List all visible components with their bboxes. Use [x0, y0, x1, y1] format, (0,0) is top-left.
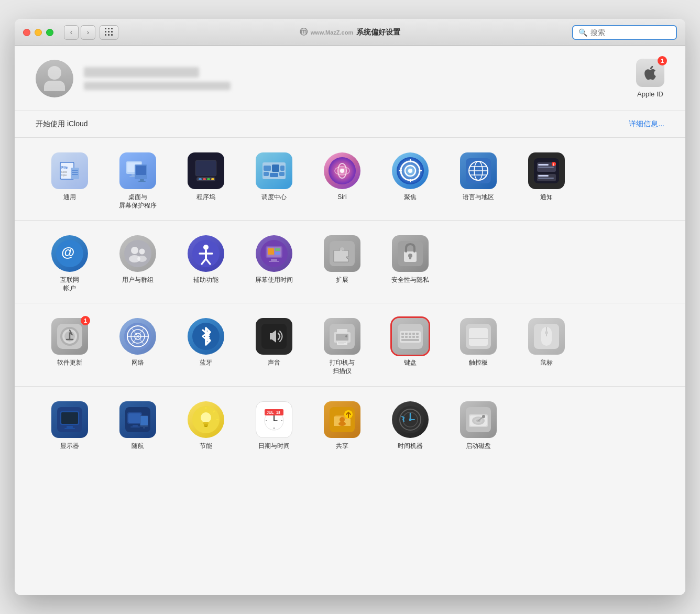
extensions-label: 扩展 [336, 276, 348, 284]
svg-rect-24 [211, 178, 214, 180]
pref-desktop[interactable]: 桌面与 屏幕保护程序 [104, 152, 172, 210]
pref-sharing[interactable]: 共享 [308, 401, 376, 451]
icloud-link[interactable]: 详细信息... [629, 119, 664, 129]
minimize-button[interactable] [35, 29, 42, 36]
siri-label: Siri [337, 193, 346, 202]
pref-language[interactable]: 语言与地区 [444, 152, 512, 210]
grid-view-button[interactable] [100, 25, 118, 40]
pref-energy[interactable]: 节能 [172, 401, 240, 451]
notification-icon: 1 [528, 152, 565, 189]
pref-accessibility[interactable]: 辅助功能 [172, 235, 240, 292]
svg-point-126 [545, 331, 548, 334]
pref-sidecar[interactable]: 随航 [104, 401, 172, 451]
svg-point-65 [137, 256, 147, 262]
pref-keyboard[interactable]: 键盘 [376, 318, 444, 375]
svg-rect-115 [405, 336, 408, 338]
svg-rect-135 [128, 413, 141, 423]
svg-rect-132 [64, 428, 75, 429]
pref-display[interactable]: 显示器 [36, 401, 104, 451]
svg-rect-76 [269, 261, 279, 262]
pref-siri[interactable]: Siri [308, 152, 376, 210]
svg-text:18: 18 [276, 411, 280, 414]
dock-icon [188, 152, 224, 189]
svg-rect-139 [140, 416, 148, 425]
svg-text:@: @ [61, 244, 74, 260]
maximize-button[interactable] [46, 29, 53, 36]
pref-notification[interactable]: 1 通知 [512, 152, 581, 210]
svg-rect-18 [195, 160, 216, 176]
language-icon-svg [465, 157, 492, 184]
pref-mouse[interactable]: 鼠标 [512, 318, 581, 375]
title-text: 系统偏好设置 [356, 28, 400, 37]
security-icon [392, 235, 429, 272]
pref-trackpad[interactable]: 触控板 [444, 318, 512, 375]
svg-rect-145 [204, 426, 207, 427]
svg-rect-117 [412, 336, 415, 338]
screentime-icon [256, 235, 292, 272]
svg-rect-114 [401, 336, 404, 338]
notification-label: 通知 [540, 193, 553, 202]
svg-rect-6 [72, 170, 78, 171]
pref-focus[interactable]: 聚焦 [376, 152, 444, 210]
pref-security[interactable]: 安全性与隐私 [376, 235, 444, 292]
language-icon [460, 152, 497, 189]
svg-rect-131 [67, 426, 73, 428]
internet-label: 互联网 帐户 [60, 276, 79, 292]
pref-startup[interactable]: 启动磁盘 [444, 401, 512, 451]
apple-id-section[interactable]: 1 Apple ID [636, 59, 664, 98]
close-button[interactable] [23, 29, 30, 36]
apple-logo-icon [642, 64, 659, 81]
energy-label: 节能 [200, 442, 212, 451]
search-box[interactable]: 🔍 [572, 25, 677, 40]
svg-rect-15 [140, 179, 144, 181]
users-label: 用户与群组 [122, 276, 154, 284]
pref-timemachine[interactable]: 时间机器 [376, 401, 444, 451]
siri-icon [324, 152, 360, 189]
extensions-icon [324, 235, 360, 272]
pref-users[interactable]: 用户与群组 [104, 235, 172, 292]
section-4: 显示器 [15, 387, 685, 461]
general-icon: File New Ope [51, 152, 88, 189]
pref-internet[interactable]: @ 互联网 帐户 [36, 235, 104, 292]
pref-datetime[interactable]: JUL 18 日期与时间 [240, 401, 308, 451]
accessibility-icon [188, 235, 224, 272]
prefs-grid-4: 显示器 [36, 401, 664, 451]
svg-point-178 [482, 415, 485, 418]
avatar[interactable] [36, 60, 73, 97]
pref-extensions[interactable]: 扩展 [308, 235, 376, 292]
pref-screentime[interactable]: 屏幕使用时间 [240, 235, 308, 292]
update-icon: 1 [51, 318, 88, 355]
svg-rect-130 [61, 412, 78, 424]
pref-printer[interactable]: 打印机与 扫描仪 [308, 318, 376, 375]
svg-point-62 [131, 247, 138, 254]
timemachine-icon-svg [397, 406, 424, 433]
desktop-icon-svg [124, 158, 151, 183]
pref-network[interactable]: 网络 [104, 318, 172, 375]
extensions-icon-svg [329, 240, 356, 267]
pref-dock[interactable]: 程序坞 [172, 152, 240, 210]
pref-general[interactable]: File New Ope 通用 [36, 152, 104, 210]
search-input[interactable] [590, 28, 671, 37]
svg-rect-144 [204, 424, 208, 426]
network-label: 网络 [132, 359, 144, 367]
energy-icon [188, 401, 224, 438]
apple-id-label: Apple ID [637, 90, 663, 98]
svg-rect-101 [336, 334, 348, 341]
pref-update[interactable]: 1 软件更新 [36, 318, 104, 375]
mission-label: 调度中心 [261, 193, 287, 202]
language-label: 语言与地区 [463, 193, 494, 202]
pref-sound[interactable]: 声音 [240, 318, 308, 375]
sidecar-icon [119, 401, 156, 438]
section-2: @ 互联网 帐户 [15, 221, 685, 303]
pref-bluetooth[interactable]: 蓝牙 [172, 318, 240, 375]
back-button[interactable]: ‹ [64, 25, 79, 40]
svg-rect-26 [264, 166, 271, 171]
pref-mission[interactable]: 调度中心 [240, 152, 308, 210]
mission-icon [256, 152, 292, 189]
forward-button[interactable]: › [81, 25, 95, 40]
svg-rect-55 [538, 164, 549, 166]
sharing-icon [324, 401, 360, 438]
sidecar-icon-svg [124, 406, 151, 433]
svg-rect-116 [409, 336, 411, 338]
nav-buttons: ‹ › [64, 25, 95, 40]
